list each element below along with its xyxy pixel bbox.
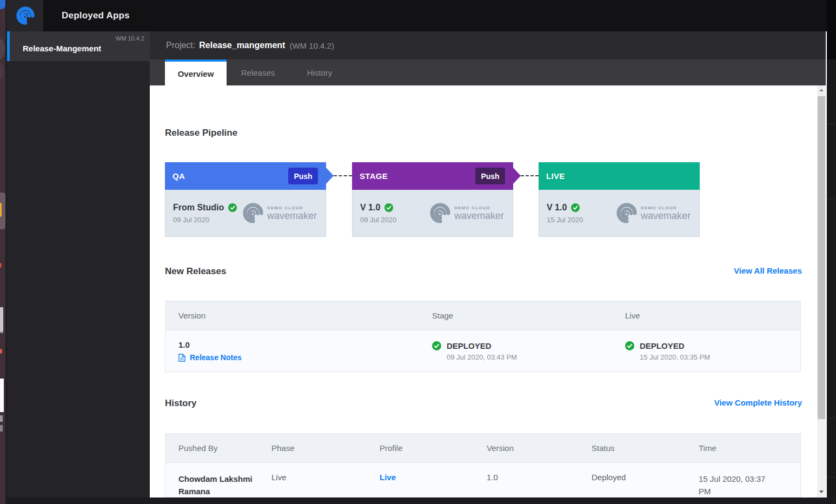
scrollbar-thumb[interactable] xyxy=(818,96,825,419)
scroll-down-button[interactable] xyxy=(817,487,826,496)
phase-cell: Live xyxy=(271,473,380,482)
release-notes-label: Release Notes xyxy=(190,353,242,362)
background-right-strip xyxy=(827,0,836,504)
column-header-status: Status xyxy=(592,443,699,453)
live-deploy-time: 15 Jul 2020, 03:35 PM xyxy=(640,353,801,361)
column-header-live: Live xyxy=(625,311,801,320)
pipeline-connector xyxy=(334,175,352,176)
stage-deploy-time: 09 Jul 2020, 03:43 PM xyxy=(447,353,625,361)
project-header: Project: Release_mangement (WM 10.4.2) xyxy=(150,31,826,59)
status-cell: Deployed xyxy=(592,473,699,482)
page-title: Deployed Apps xyxy=(62,0,130,31)
success-check-icon xyxy=(384,203,393,212)
stage-status-cell: DEPLOYED 09 Jul 2020, 03:43 PM xyxy=(432,341,625,361)
column-header-pushed-by: Pushed By xyxy=(165,443,271,453)
live-deploy-info: V 1.0 15 Jul 2020 xyxy=(547,203,583,224)
stage-push-button[interactable]: Push xyxy=(475,168,505,184)
stage-version-label: V 1.0 xyxy=(360,203,380,213)
pushed-by-cell: Chowdam Lakshmi Ramana xyxy=(165,473,271,498)
triangle-down-icon xyxy=(819,490,824,493)
strip-line xyxy=(827,477,836,478)
new-releases-heading: New Releases xyxy=(165,266,226,277)
background-icon-fragment xyxy=(0,39,5,59)
sidebar-item-label: Release-Mangement xyxy=(23,31,101,61)
wavemaker-logo-button[interactable] xyxy=(7,0,43,31)
project-name: Release_mangement xyxy=(199,41,285,50)
demo-cloud-logo: DEMO CLOUD wavemaker xyxy=(243,203,317,223)
stage-status: DEPLOYED xyxy=(447,341,492,350)
triangle-up-icon xyxy=(819,89,824,91)
background-icon-fragment xyxy=(0,307,3,333)
column-header-time: Time xyxy=(699,443,800,453)
background-icon-fragment xyxy=(0,379,4,412)
success-check-icon xyxy=(228,203,237,212)
stage-card-body: V 1.0 09 Jul 2020 DEMO CLOUD wavemaker xyxy=(352,190,513,237)
new-releases-table-header: Version Stage Live xyxy=(165,301,800,330)
live-card-header: LIVE xyxy=(539,162,700,190)
column-header-version: Version xyxy=(487,443,592,453)
qa-push-button[interactable]: Push xyxy=(288,168,318,184)
live-status: DEPLOYED xyxy=(640,341,685,350)
wavemaker-label: wavemaker xyxy=(267,211,317,221)
sidebar-item-release-mangement[interactable]: WM 10.4.2 Release-Mangement xyxy=(7,31,150,61)
pipeline-card-stage: STAGE Push V 1.0 09 Jul 2020 DEMO CLOUD xyxy=(352,162,513,237)
column-header-stage: Stage xyxy=(432,311,625,320)
history-table-row: Chowdam Lakshmi Ramana Live Live 1.0 Dep… xyxy=(165,462,800,498)
projects-sidebar: WM 10.4.2 Release-Mangement xyxy=(7,31,150,498)
pipeline-card-live: LIVE V 1.0 15 Jul 2020 DEMO CLOUD wavema… xyxy=(539,162,700,237)
demo-cloud-logo: DEMO CLOUD wavemaker xyxy=(430,203,504,223)
strip-segment xyxy=(827,0,836,59)
deployed-check-icon xyxy=(432,341,441,350)
stage-deploy-date: 09 Jul 2020 xyxy=(360,216,396,224)
strip-line xyxy=(827,417,836,418)
push-time: 15 Jul 2020, 03:37 PM xyxy=(699,473,770,498)
strip-line xyxy=(827,198,836,199)
wavemaker-wave-icon xyxy=(430,203,450,223)
column-header-phase: Phase xyxy=(271,443,380,453)
release-pipeline-heading: Release Pipeline xyxy=(165,128,237,138)
top-bar: Deployed Apps xyxy=(7,0,836,31)
profile-live-link[interactable]: Live xyxy=(380,473,396,482)
live-version-label: V 1.0 xyxy=(547,203,567,213)
wavemaker-label: wavemaker xyxy=(454,211,504,221)
stage-arrow-icon xyxy=(513,168,521,184)
tab-overview[interactable]: Overview xyxy=(165,59,227,85)
tab-history[interactable]: History xyxy=(289,59,350,85)
vertical-scrollbar[interactable] xyxy=(817,85,826,498)
project-wm-version: (WM 10.4.2) xyxy=(289,41,334,50)
bottom-window-strip xyxy=(7,498,836,504)
tab-strip: Overview Releases History xyxy=(150,59,826,85)
release-version: 1.0 xyxy=(178,340,432,349)
view-complete-history-link[interactable]: View Complete History xyxy=(714,398,802,407)
background-window-strip xyxy=(0,0,7,504)
live-stage-name: LIVE xyxy=(546,171,565,181)
qa-card-header: QA Push xyxy=(165,162,326,190)
pipeline-card-qa: QA Push From Studio 09 Jul 2020 DEMO CLO… xyxy=(165,162,326,237)
version-cell: 1.0 Release Notes xyxy=(165,340,432,362)
column-header-version: Version xyxy=(165,311,432,320)
background-icon-fragment xyxy=(0,203,2,217)
background-icon-fragment xyxy=(0,63,4,79)
background-icon-fragment xyxy=(0,263,2,268)
background-icon-fragment xyxy=(0,349,2,354)
wavemaker-label: wavemaker xyxy=(641,211,691,221)
deployed-check-icon xyxy=(625,341,634,350)
scroll-up-button[interactable] xyxy=(817,85,826,95)
tab-releases[interactable]: Releases xyxy=(227,59,289,85)
release-notes-link[interactable]: Release Notes xyxy=(178,353,432,362)
success-check-icon xyxy=(571,203,580,212)
document-icon xyxy=(178,354,185,362)
history-table: Pushed By Phase Profile Version Status T… xyxy=(165,433,801,498)
history-heading: History xyxy=(165,398,197,409)
project-label: Project: xyxy=(166,41,195,50)
view-all-releases-link[interactable]: View All Releases xyxy=(734,266,802,275)
qa-version-label: From Studio xyxy=(173,203,224,213)
demo-cloud-label: DEMO CLOUD xyxy=(454,205,504,210)
history-table-header: Pushed By Phase Profile Version Status T… xyxy=(165,434,800,462)
wavemaker-wave-icon xyxy=(616,203,637,223)
qa-card-body: From Studio 09 Jul 2020 DEMO CLOUD wavem… xyxy=(165,190,326,237)
demo-cloud-label: DEMO CLOUD xyxy=(641,205,691,210)
live-status-cell: DEPLOYED 15 Jul 2020, 03:35 PM xyxy=(625,341,801,361)
wavemaker-wave-icon xyxy=(243,203,263,223)
demo-cloud-logo: DEMO CLOUD wavemaker xyxy=(616,203,691,223)
